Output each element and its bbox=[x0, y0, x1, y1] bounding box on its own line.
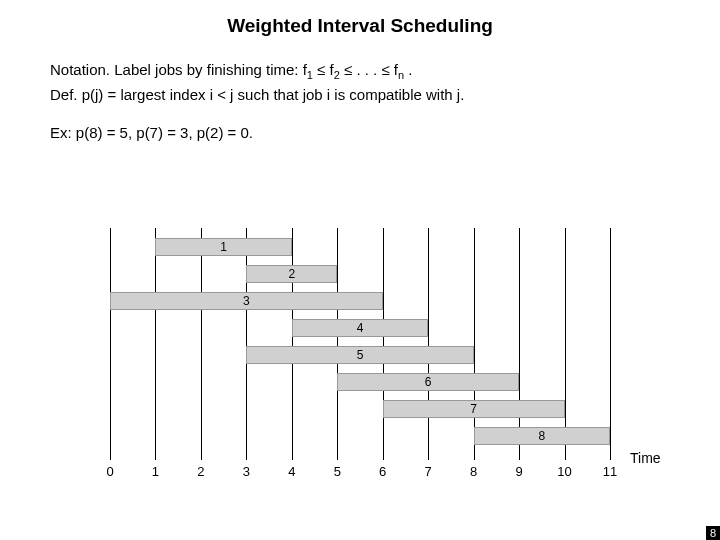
gridline bbox=[474, 228, 475, 460]
interval-bar: 6 bbox=[337, 373, 519, 391]
x-tick-label: 1 bbox=[152, 464, 159, 479]
def-label: Def. bbox=[50, 86, 78, 103]
page-number-badge: 8 bbox=[706, 526, 720, 540]
interval-bar: 1 bbox=[155, 238, 291, 256]
interval-bar: 7 bbox=[383, 400, 565, 418]
gridline bbox=[519, 228, 520, 460]
gridline bbox=[110, 228, 111, 460]
gridline bbox=[246, 228, 247, 460]
gridline bbox=[155, 228, 156, 460]
notation-text: Label jobs by finishing time: f bbox=[114, 61, 307, 78]
gridline bbox=[428, 228, 429, 460]
def-text: p(j) = largest index i < j such that job… bbox=[82, 86, 465, 103]
gridline bbox=[292, 228, 293, 460]
x-tick-label: 8 bbox=[470, 464, 477, 479]
notation-label: Notation. bbox=[50, 61, 110, 78]
interval-chart: 0123456789101112345678 bbox=[110, 228, 611, 488]
page-title: Weighted Interval Scheduling bbox=[0, 0, 720, 37]
notation-line: Notation. Label jobs by finishing time: … bbox=[50, 59, 670, 84]
interval-bar: 4 bbox=[292, 319, 428, 337]
interval-bar: 5 bbox=[246, 346, 473, 364]
gridline bbox=[565, 228, 566, 460]
x-tick-label: 7 bbox=[425, 464, 432, 479]
x-tick-label: 9 bbox=[515, 464, 522, 479]
le-2: ≤ . . . ≤ f bbox=[340, 61, 398, 78]
example-line: Ex: p(8) = 5, p(7) = 3, p(2) = 0. bbox=[0, 106, 720, 141]
x-tick-label: 5 bbox=[334, 464, 341, 479]
gridline bbox=[610, 228, 611, 460]
gridline bbox=[201, 228, 202, 460]
interval-bar: 8 bbox=[474, 427, 610, 445]
interval-bar: 2 bbox=[246, 265, 337, 283]
gridline bbox=[337, 228, 338, 460]
x-tick-label: 6 bbox=[379, 464, 386, 479]
notation-end: . bbox=[404, 61, 412, 78]
x-tick-label: 10 bbox=[557, 464, 571, 479]
x-tick-label: 11 bbox=[603, 464, 617, 479]
notation-block: Notation. Label jobs by finishing time: … bbox=[0, 37, 720, 106]
x-tick-label: 2 bbox=[197, 464, 204, 479]
x-tick-label: 3 bbox=[243, 464, 250, 479]
le-1: ≤ f bbox=[313, 61, 334, 78]
interval-bar: 3 bbox=[110, 292, 383, 310]
gridline bbox=[383, 228, 384, 460]
x-tick-label: 0 bbox=[106, 464, 113, 479]
def-line: Def. p(j) = largest index i < j such tha… bbox=[50, 84, 670, 106]
x-tick-label: 4 bbox=[288, 464, 295, 479]
axis-label-time: Time bbox=[630, 450, 661, 466]
